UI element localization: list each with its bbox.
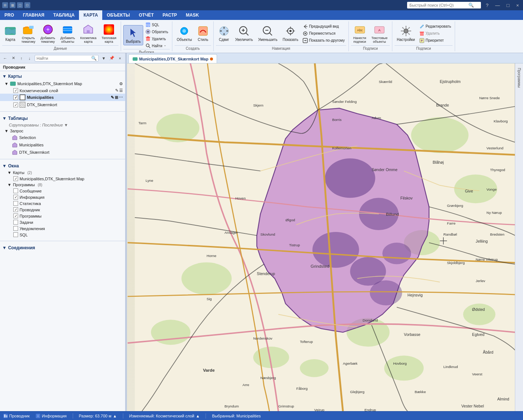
menu-objects[interactable]: ОБЪЕКТЫ: [102, 10, 134, 20]
prog-stat-checkbox[interactable]: [13, 201, 18, 206]
help-button[interactable]: ?: [484, 2, 490, 9]
layer-mun-select-icon[interactable]: ⊞: [115, 95, 118, 100]
map-item-settings-icon[interactable]: ⚙: [119, 81, 123, 86]
status-btn-info[interactable]: i Информация: [35, 413, 66, 419]
sidebar-btn-delete[interactable]: ✕: [10, 55, 17, 62]
svg-rect-2: [29, 26, 34, 29]
layer-mun-checkbox[interactable]: [13, 95, 18, 100]
sidebar-windows-header[interactable]: ▼ Окна: [0, 162, 125, 170]
layer-dtk-checkbox[interactable]: [13, 103, 18, 107]
win-map-checkbox[interactable]: [13, 176, 18, 181]
sidebar-prog-info[interactable]: Информация: [0, 194, 125, 200]
maximize-button[interactable]: □: [505, 2, 512, 9]
ribbon-btn-heat[interactable]: Тепловаякарта: [99, 22, 118, 45]
ribbon-btn-find[interactable]: Найти: [144, 42, 169, 49]
ribbon-btn-zoom-out[interactable]: Уменьшить: [256, 24, 279, 43]
sidebar-layer-mun[interactable]: Municipalities ✎ ⊞ ⋯: [0, 94, 125, 101]
layer-mun-more-icon[interactable]: ⋯: [119, 95, 123, 100]
close-button[interactable]: ×: [514, 2, 521, 9]
sidebar-prog-tasks[interactable]: Задачи: [0, 219, 125, 225]
menu-home[interactable]: ГЛАВНАЯ: [18, 10, 49, 20]
ribbon-btn-label[interactable]: Abc Нанестиподписи: [351, 22, 368, 45]
sidebar-table-mun[interactable]: Municipalities: [0, 141, 125, 149]
menu-mask[interactable]: MASK: [182, 10, 203, 20]
layer-cosm-checkbox[interactable]: [13, 88, 18, 93]
ribbon-btn-map[interactable]: Карта: [2, 24, 18, 43]
sidebar-layer-cosm[interactable]: Косметический слой ✎ ☰: [0, 87, 125, 94]
sidebar-table-dtk[interactable]: DTK_Skærmkort: [0, 149, 125, 156]
ribbon-btn-open[interactable]: Открытьтематику: [19, 22, 38, 45]
sidebar-prog-msg[interactable]: Сообщение: [0, 188, 125, 194]
ribbon-btn-delete[interactable]: Удалить: [144, 35, 169, 42]
sidebar-prog-notif[interactable]: Уведомления: [0, 225, 125, 232]
status-btn-explorer[interactable]: Проводник: [3, 413, 30, 419]
sidebar-prog-stat[interactable]: Статистика: [0, 200, 125, 206]
quick-search[interactable]: 🔍: [407, 2, 481, 8]
sidebar-btn-close[interactable]: ×: [116, 55, 124, 62]
menu-table[interactable]: ТАБЛИЦА: [49, 10, 79, 20]
prog-info-checkbox[interactable]: [13, 195, 18, 199]
sidebar-btn-down[interactable]: ↓: [26, 55, 33, 62]
sidebar-prog-sql[interactable]: SQL: [0, 232, 125, 238]
sidebar-btn-options[interactable]: ▼: [100, 55, 107, 62]
sidebar-btn-back[interactable]: ←: [1, 55, 9, 62]
ribbon-btn-zoom-in[interactable]: Увеличить: [233, 24, 255, 43]
prog-msg-checkbox[interactable]: [13, 188, 18, 193]
title-bar-controls[interactable]: ? — □ ×: [484, 2, 521, 9]
sidebar-search-input[interactable]: [37, 56, 91, 60]
sidebar-table-selection[interactable]: Selection: [0, 134, 125, 141]
ribbon-btn-remove[interactable]: Удалить: [418, 30, 453, 37]
tables-grouped-arrow[interactable]: ▼: [64, 123, 68, 127]
ribbon-btn-text[interactable]: A Текстовыеобъекты: [369, 22, 390, 45]
ribbon-btn-invert[interactable]: Обратить: [144, 28, 169, 35]
svg-text:Farre: Farre: [447, 221, 455, 225]
sidebar-windows-maps[interactable]: ▼ Карты (2): [0, 170, 125, 176]
prog-explorer-checkbox[interactable]: [13, 207, 18, 212]
ribbon-btn-prev-view[interactable]: Предыдущий вид: [301, 23, 346, 30]
panel-toggle-btn[interactable]: Программы: [516, 66, 522, 89]
map-canvas[interactable]: Stenderup Grindsted Billund Hejnsvig Don…: [127, 63, 523, 411]
sidebar-btn-up[interactable]: ↑: [18, 55, 25, 62]
ribbon-btn-settings[interactable]: Настройки: [395, 24, 417, 43]
sidebar-map-item[interactable]: ▼ Municipalities,DTK_Skærmkort Map ⚙: [0, 80, 125, 87]
sidebar-btn-pin[interactable]: 📌: [108, 55, 116, 62]
ribbon-btn-add-theme[interactable]: + Добавитьтематику: [38, 22, 58, 45]
ribbon-btn-objects[interactable]: Объекты: [175, 24, 194, 43]
ribbon-btn-priority[interactable]: P Приоритет: [418, 37, 453, 44]
sidebar-layer-dtk[interactable]: DTK_Skærmkort: [0, 101, 125, 108]
ribbon-btn-add-obj[interactable]: Добавитьобъекты: [58, 22, 78, 45]
sidebar-prog-programs[interactable]: Программы: [0, 213, 125, 219]
sidebar-connections-header[interactable]: ▼ Соединения: [0, 244, 125, 251]
menu-map[interactable]: КАРТА: [79, 10, 102, 20]
prog-notif-checkbox[interactable]: [13, 226, 18, 231]
menu-report[interactable]: ОТЧЁТ: [134, 10, 158, 20]
zoom-in-icon: [238, 25, 250, 37]
ribbon-btn-select[interactable]: Выбрать: [123, 25, 143, 45]
ribbon-btn-goto[interactable]: Переместиться: [301, 30, 346, 37]
sidebar-search[interactable]: 🔍: [35, 55, 99, 62]
ribbon-btn-style[interactable]: Стиль: [195, 24, 211, 43]
ribbon-btn-sql[interactable]: SQL SQL: [144, 21, 169, 28]
ribbon-btn-shift[interactable]: Сдвиг: [216, 24, 232, 43]
layer-props-icon[interactable]: ☰: [119, 88, 123, 93]
quick-search-input[interactable]: [409, 3, 468, 7]
menu-pro[interactable]: PRO: [0, 10, 18, 20]
prog-sql-checkbox[interactable]: [13, 232, 18, 237]
layer-mun-edit-icon[interactable]: ✎: [111, 95, 114, 100]
sidebar-tables-header[interactable]: ▼ Таблицы: [0, 115, 125, 122]
ribbon-btn-edit[interactable]: Редактировать: [418, 23, 453, 30]
menu-raster[interactable]: РАСТР: [158, 10, 181, 20]
ribbon-btn-cosm[interactable]: Косметикакарта: [78, 22, 99, 45]
ribbon-btn-show[interactable]: Показать: [281, 24, 301, 43]
ribbon-btn-show-other[interactable]: Показать по-другому: [301, 37, 346, 44]
map-tab-main[interactable]: Municipalities,DTK_Skærmkort Map: [128, 54, 217, 63]
sidebar-prog-explorer[interactable]: Проводник: [0, 206, 125, 213]
sidebar-query-group[interactable]: ▼ Запрос: [0, 128, 125, 134]
minimize-button[interactable]: —: [493, 2, 502, 9]
layer-edit-icon[interactable]: ✎: [115, 88, 118, 93]
sidebar-maps-header[interactable]: ▼ Карты: [0, 73, 125, 80]
sidebar-windows-map-item[interactable]: Municipalities,DTK_Skærmkort Map: [0, 176, 125, 182]
prog-programs-checkbox[interactable]: [13, 214, 18, 218]
sidebar-programs-header[interactable]: ▼ Программы (8): [0, 182, 125, 188]
prog-tasks-checkbox[interactable]: [13, 220, 18, 225]
